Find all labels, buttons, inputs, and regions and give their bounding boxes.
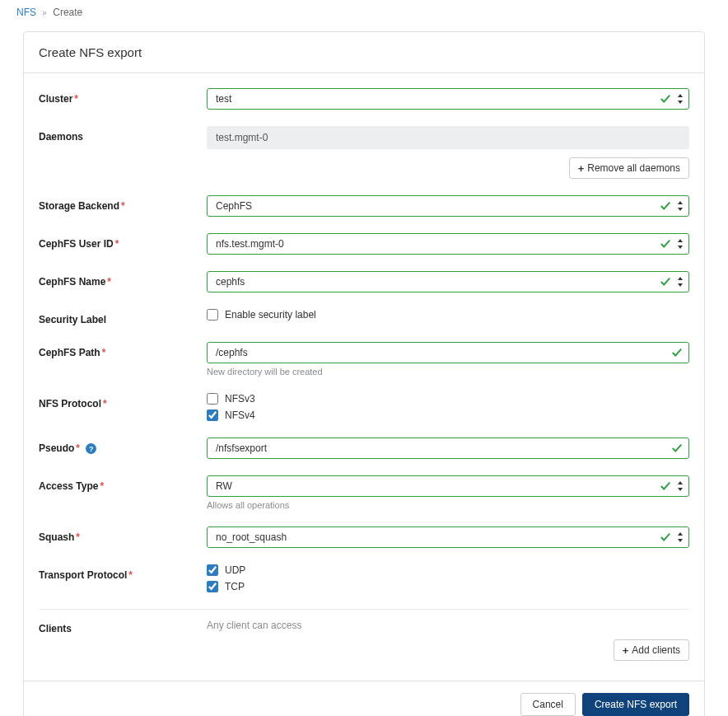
tcp-checkbox[interactable] xyxy=(207,581,218,592)
chevron-updown-icon xyxy=(676,201,684,211)
check-icon xyxy=(660,93,671,105)
section-divider xyxy=(39,609,689,610)
required-indicator: * xyxy=(107,276,111,288)
security-label-checkbox[interactable] xyxy=(207,309,218,321)
required-indicator: * xyxy=(115,238,119,250)
daemons-value: test.mgmt-0 xyxy=(207,126,689,149)
access-type-select[interactable]: RW xyxy=(207,475,689,497)
clients-label: Clients xyxy=(39,623,72,634)
required-indicator: * xyxy=(100,480,105,492)
breadcrumb-root-link[interactable]: NFS xyxy=(16,7,36,18)
required-indicator: * xyxy=(121,200,125,212)
page-title: Create NFS export xyxy=(24,32,704,73)
required-indicator: * xyxy=(74,93,78,105)
cluster-label: Cluster xyxy=(39,93,72,105)
required-indicator: * xyxy=(103,398,107,409)
transport-label: Transport Protocol xyxy=(39,569,127,581)
pseudo-label: Pseudo xyxy=(39,442,74,454)
cephfs-name-select[interactable]: cephfs xyxy=(207,271,689,292)
plus-icon: + xyxy=(623,645,629,656)
plus-icon: + xyxy=(578,163,585,174)
udp-checkbox[interactable] xyxy=(207,564,218,576)
add-clients-label: Add clients xyxy=(632,644,680,656)
chevron-updown-icon xyxy=(676,481,684,491)
chevron-updown-icon xyxy=(676,239,684,249)
check-icon xyxy=(660,480,671,492)
squash-label: Squash xyxy=(39,531,74,543)
nfs-create-card: Create NFS export Cluster* test Daemons … xyxy=(23,31,705,716)
tcp-option-label: TCP xyxy=(225,581,245,592)
clients-empty-hint: Any client can access xyxy=(207,618,689,631)
remove-all-daemons-label: Remove all daemons xyxy=(587,162,680,174)
udp-option-label: UDP xyxy=(225,564,245,576)
required-indicator: * xyxy=(102,347,106,358)
pseudo-input[interactable] xyxy=(207,438,689,459)
create-nfs-export-button[interactable]: Create NFS export xyxy=(582,693,689,716)
access-type-label: Access Type xyxy=(39,480,99,492)
check-icon xyxy=(660,276,671,288)
cephfs-path-label: CephFS Path xyxy=(39,347,100,358)
breadcrumb: NFS » Create xyxy=(0,0,728,25)
cluster-select[interactable]: test xyxy=(207,88,689,110)
nfsv3-option-label: NFSv3 xyxy=(225,393,255,405)
chevron-updown-icon xyxy=(676,532,684,542)
check-icon xyxy=(671,442,683,454)
access-type-hint: Allows all operations xyxy=(207,500,689,510)
check-icon xyxy=(660,200,671,212)
check-icon xyxy=(671,347,683,358)
check-icon xyxy=(660,238,671,250)
cephfs-user-label: CephFS User ID xyxy=(39,238,114,250)
security-label-label: Security Label xyxy=(39,314,106,325)
add-clients-button[interactable]: + Add clients xyxy=(614,639,689,661)
squash-select[interactable]: no_root_squash xyxy=(207,526,689,548)
help-icon[interactable]: ? xyxy=(86,443,96,454)
required-indicator: * xyxy=(76,442,80,454)
nfs-protocol-label: NFS Protocol xyxy=(39,398,101,409)
check-icon xyxy=(660,531,671,543)
nfsv3-checkbox[interactable] xyxy=(207,393,218,405)
breadcrumb-separator-icon: » xyxy=(42,8,47,17)
nfsv4-checkbox[interactable] xyxy=(207,409,218,421)
remove-all-daemons-button[interactable]: + Remove all daemons xyxy=(569,157,689,179)
storage-backend-label: Storage Backend xyxy=(39,200,119,212)
chevron-updown-icon xyxy=(676,277,684,287)
required-indicator: * xyxy=(128,569,133,581)
cephfs-path-input[interactable] xyxy=(207,342,689,363)
cancel-button[interactable]: Cancel xyxy=(520,693,576,716)
storage-backend-select[interactable]: CephFS xyxy=(207,195,689,217)
daemons-label: Daemons xyxy=(39,131,83,143)
breadcrumb-current: Create xyxy=(53,7,82,18)
security-label-option-label: Enable security label xyxy=(225,309,316,321)
chevron-updown-icon xyxy=(676,94,684,104)
nfsv4-option-label: NFSv4 xyxy=(225,409,255,421)
cephfs-user-select[interactable]: nfs.test.mgmt-0 xyxy=(207,233,689,255)
required-indicator: * xyxy=(76,531,80,543)
cephfs-name-label: CephFS Name xyxy=(39,276,105,288)
cephfs-path-hint: New directory will be created xyxy=(207,367,689,377)
